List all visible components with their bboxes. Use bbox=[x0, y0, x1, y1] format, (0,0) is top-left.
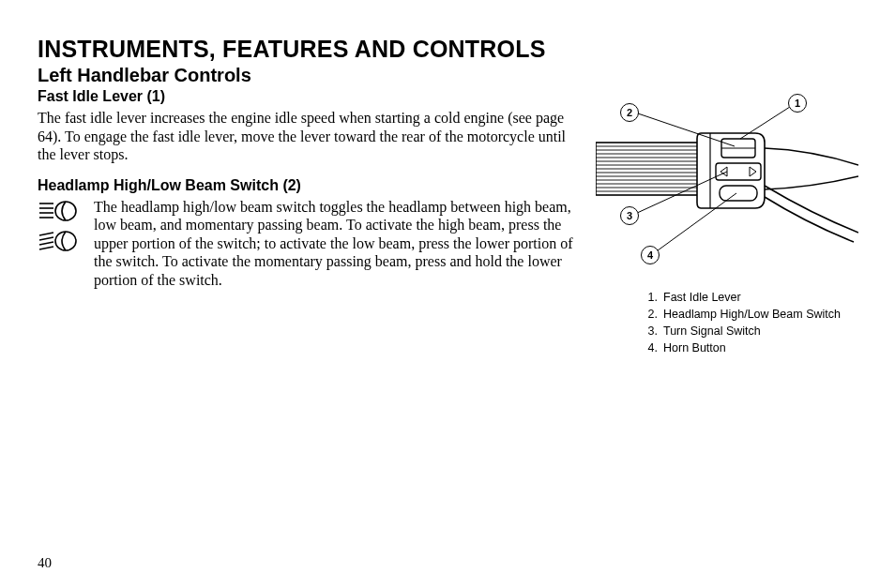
callout-4: 4 bbox=[641, 246, 660, 264]
legend-text: Horn Button bbox=[663, 339, 726, 356]
legend-text: Headlamp High/Low Beam Switch bbox=[663, 306, 841, 323]
svg-point-0 bbox=[55, 202, 76, 220]
svg-line-6 bbox=[39, 233, 53, 235]
svg-line-34 bbox=[654, 193, 736, 253]
low-beam-icon bbox=[38, 230, 79, 252]
section-title: Left Handlebar Controls bbox=[38, 65, 577, 86]
callout-1: 1 bbox=[788, 94, 807, 113]
svg-rect-27 bbox=[716, 163, 761, 180]
svg-line-7 bbox=[39, 237, 53, 240]
callout-3: 3 bbox=[620, 206, 639, 225]
subsection-1-body: The fast idle lever increases the engine… bbox=[38, 109, 577, 164]
subsection-1-title: Fast Idle Lever (1) bbox=[38, 88, 577, 105]
legend-text: Fast Idle Lever bbox=[663, 289, 741, 306]
legend-item: 3. Turn Signal Switch bbox=[645, 323, 858, 339]
callout-2: 2 bbox=[620, 103, 639, 122]
legend-num: 3. bbox=[645, 323, 658, 339]
legend-num: 4. bbox=[645, 339, 658, 356]
legend-num: 2. bbox=[645, 306, 658, 323]
svg-rect-30 bbox=[720, 186, 757, 201]
legend-item: 1. Fast Idle Lever bbox=[645, 289, 858, 306]
svg-line-9 bbox=[39, 247, 53, 249]
legend-item: 2. Headlamp High/Low Beam Switch bbox=[645, 306, 858, 323]
legend-num: 1. bbox=[645, 289, 658, 306]
subsection-2-title: Headlamp High/Low Beam Switch (2) bbox=[38, 177, 577, 194]
legend-text: Turn Signal Switch bbox=[663, 323, 761, 339]
subsection-2-body: The headlamp high/low beam switch toggle… bbox=[94, 198, 577, 290]
svg-point-5 bbox=[55, 232, 76, 250]
diagram-legend: 1. Fast Idle Lever 2. Headlamp High/Low … bbox=[645, 289, 858, 357]
high-beam-icon bbox=[38, 200, 79, 222]
svg-line-8 bbox=[39, 242, 53, 245]
handlebar-diagram: 1 2 3 4 bbox=[596, 92, 858, 279]
svg-line-32 bbox=[635, 113, 735, 146]
page-number: 40 bbox=[38, 555, 52, 571]
document-title: INSTRUMENTS, FEATURES AND CONTROLS bbox=[38, 36, 577, 63]
svg-line-31 bbox=[740, 105, 793, 139]
legend-item: 4. Horn Button bbox=[645, 339, 858, 356]
